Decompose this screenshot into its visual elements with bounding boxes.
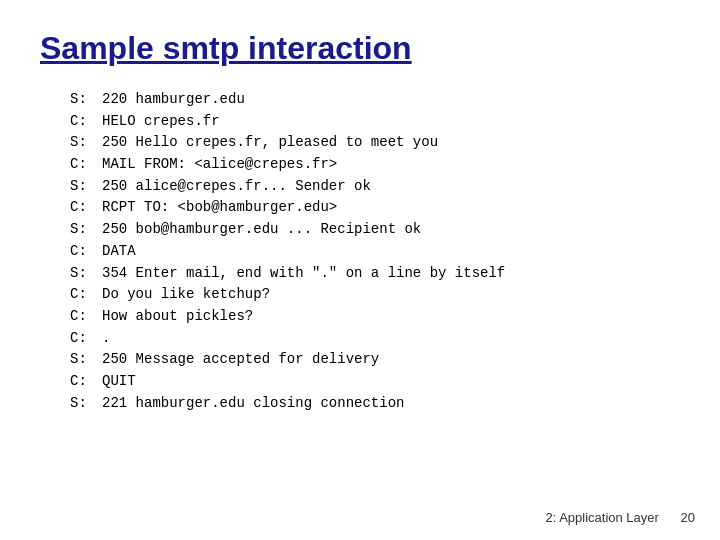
smtp-interaction: S:220 hamburger.eduC:HELO crepes.frS:250… xyxy=(70,89,680,414)
smtp-line-text: QUIT xyxy=(98,371,136,393)
smtp-line: C:DATA xyxy=(70,241,680,263)
smtp-line: S:250 alice@crepes.fr... Sender ok xyxy=(70,176,680,198)
smtp-line: C:MAIL FROM: <alice@crepes.fr> xyxy=(70,154,680,176)
smtp-role-label: C: xyxy=(70,306,98,328)
smtp-line: S:250 bob@hamburger.edu ... Recipient ok xyxy=(70,219,680,241)
smtp-line-text: Do you like ketchup? xyxy=(98,284,270,306)
slide-footer: 2: Application Layer 20 xyxy=(545,510,695,525)
smtp-line: C:Do you like ketchup? xyxy=(70,284,680,306)
smtp-line-text: . xyxy=(98,328,110,350)
smtp-role-label: S: xyxy=(70,219,98,241)
smtp-role-label: S: xyxy=(70,393,98,415)
smtp-role-label: S: xyxy=(70,176,98,198)
smtp-role-label: S: xyxy=(70,349,98,371)
smtp-role-label: C: xyxy=(70,241,98,263)
smtp-line-text: 220 hamburger.edu xyxy=(98,89,245,111)
footer-page: 20 xyxy=(681,510,695,525)
smtp-line-text: 354 Enter mail, end with "." on a line b… xyxy=(98,263,505,285)
smtp-role-label: C: xyxy=(70,284,98,306)
smtp-line: S:354 Enter mail, end with "." on a line… xyxy=(70,263,680,285)
smtp-line: S:250 Message accepted for delivery xyxy=(70,349,680,371)
smtp-role-label: S: xyxy=(70,132,98,154)
smtp-line-text: 250 bob@hamburger.edu ... Recipient ok xyxy=(98,219,421,241)
smtp-line: S:221 hamburger.edu closing connection xyxy=(70,393,680,415)
smtp-line-text: RCPT TO: <bob@hamburger.edu> xyxy=(98,197,337,219)
smtp-line: C:. xyxy=(70,328,680,350)
smtp-line-text: 221 hamburger.edu closing connection xyxy=(98,393,404,415)
slide-container: Sample smtp interaction S:220 hamburger.… xyxy=(0,0,720,540)
footer-chapter: 2: Application Layer xyxy=(545,510,658,525)
smtp-role-label: S: xyxy=(70,263,98,285)
smtp-role-label: C: xyxy=(70,111,98,133)
smtp-line: S:250 Hello crepes.fr, pleased to meet y… xyxy=(70,132,680,154)
smtp-role-label: S: xyxy=(70,89,98,111)
smtp-line: C:QUIT xyxy=(70,371,680,393)
slide-title: Sample smtp interaction xyxy=(40,30,680,67)
smtp-role-label: C: xyxy=(70,154,98,176)
smtp-line-text: HELO crepes.fr xyxy=(98,111,220,133)
smtp-line-text: 250 Hello crepes.fr, pleased to meet you xyxy=(98,132,438,154)
smtp-line-text: DATA xyxy=(98,241,136,263)
smtp-line-text: 250 alice@crepes.fr... Sender ok xyxy=(98,176,371,198)
smtp-line: C:RCPT TO: <bob@hamburger.edu> xyxy=(70,197,680,219)
smtp-line: C:HELO crepes.fr xyxy=(70,111,680,133)
smtp-line: S:220 hamburger.edu xyxy=(70,89,680,111)
smtp-line-text: 250 Message accepted for delivery xyxy=(98,349,379,371)
smtp-role-label: C: xyxy=(70,328,98,350)
smtp-line-text: MAIL FROM: <alice@crepes.fr> xyxy=(98,154,337,176)
smtp-role-label: C: xyxy=(70,197,98,219)
smtp-line: C: How about pickles? xyxy=(70,306,680,328)
smtp-line-text: How about pickles? xyxy=(98,306,253,328)
smtp-role-label: C: xyxy=(70,371,98,393)
